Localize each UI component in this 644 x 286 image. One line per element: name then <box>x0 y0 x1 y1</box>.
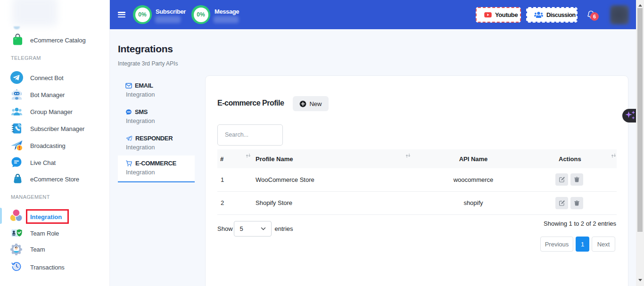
svg-text:SMS: SMS <box>127 111 131 113</box>
